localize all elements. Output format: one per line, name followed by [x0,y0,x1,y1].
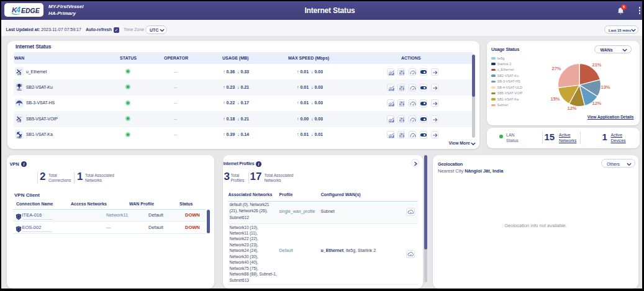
svg-text:VSAT: VSAT [17,137,22,139]
svg-text:LTE: LTE [17,73,21,76]
svg-text:LTE: LTE [17,120,21,123]
svg-text:CELL: CELL [17,89,22,91]
